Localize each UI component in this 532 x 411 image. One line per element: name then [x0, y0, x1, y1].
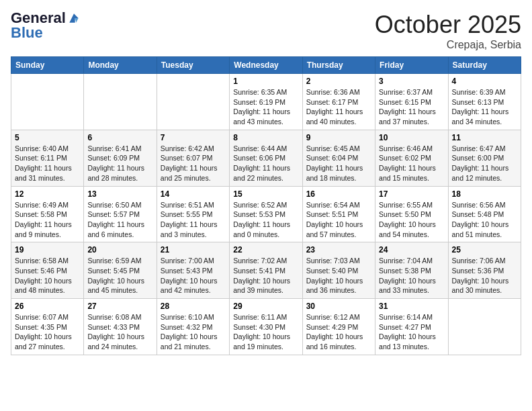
day-number: 30	[306, 302, 371, 311]
day-number: 2	[306, 77, 371, 86]
logo-text-blue: Blue	[11, 26, 43, 40]
day-info: Sunrise: 6:14 AMSunset: 4:27 PMDaylight:…	[379, 312, 444, 352]
day-info: Sunrise: 6:44 AMSunset: 6:06 PMDaylight:…	[233, 144, 298, 183]
day-info: Sunrise: 6:55 AMSunset: 5:50 PMDaylight:…	[379, 200, 444, 240]
day-number: 24	[379, 245, 444, 255]
weekday-header-tuesday: Tuesday	[157, 57, 229, 74]
day-info: Sunrise: 6:45 AMSunset: 6:04 PMDaylight:…	[306, 144, 371, 183]
calendar-cell: 25Sunrise: 7:06 AMSunset: 5:36 PMDayligh…	[448, 242, 521, 299]
day-info: Sunrise: 7:02 AMSunset: 5:41 PMDaylight:…	[233, 256, 298, 295]
day-number: 4	[452, 77, 517, 86]
day-info: Sunrise: 6:39 AMSunset: 6:13 PMDaylight:…	[452, 87, 517, 127]
weekday-header-thursday: Thursday	[302, 57, 375, 74]
calendar-week-1: 1Sunrise: 6:35 AMSunset: 6:19 PMDaylight…	[11, 74, 521, 130]
day-number: 29	[233, 302, 298, 311]
day-number: 26	[15, 302, 80, 311]
calendar-cell: 17Sunrise: 6:55 AMSunset: 5:50 PMDayligh…	[375, 186, 448, 242]
day-info: Sunrise: 7:00 AMSunset: 5:43 PMDaylight:…	[161, 256, 226, 295]
day-info: Sunrise: 6:51 AMSunset: 5:55 PMDaylight:…	[161, 200, 226, 240]
title-area: October 2025 Crepaja, Serbia	[375, 11, 521, 51]
weekday-header-saturday: Saturday	[448, 57, 521, 74]
day-info: Sunrise: 6:50 AMSunset: 5:57 PMDaylight:…	[87, 200, 152, 240]
day-info: Sunrise: 6:54 AMSunset: 5:51 PMDaylight:…	[306, 200, 371, 240]
calendar-cell: 14Sunrise: 6:51 AMSunset: 5:55 PMDayligh…	[157, 186, 229, 242]
location: Crepaja, Serbia	[375, 39, 521, 51]
calendar-cell: 2Sunrise: 6:36 AMSunset: 6:17 PMDaylight…	[302, 74, 375, 130]
day-info: Sunrise: 6:47 AMSunset: 6:00 PMDaylight:…	[452, 144, 517, 183]
calendar-cell: 7Sunrise: 6:42 AMSunset: 6:07 PMDaylight…	[157, 130, 229, 186]
calendar-cell: 13Sunrise: 6:50 AMSunset: 5:57 PMDayligh…	[84, 186, 157, 242]
day-number: 9	[306, 133, 371, 142]
calendar-cell: 12Sunrise: 6:49 AMSunset: 5:58 PMDayligh…	[11, 186, 84, 242]
day-number: 16	[306, 189, 371, 199]
calendar-cell: 22Sunrise: 7:02 AMSunset: 5:41 PMDayligh…	[230, 242, 302, 299]
day-number: 22	[233, 245, 298, 255]
month-title: October 2025	[375, 11, 521, 39]
calendar-cell: 30Sunrise: 6:12 AMSunset: 4:29 PMDayligh…	[302, 299, 375, 355]
calendar-cell: 9Sunrise: 6:45 AMSunset: 6:04 PMDaylight…	[302, 130, 375, 186]
day-number: 17	[379, 189, 444, 199]
calendar-cell: 26Sunrise: 6:07 AMSunset: 4:35 PMDayligh…	[11, 299, 84, 355]
day-number: 27	[87, 302, 152, 311]
calendar-cell	[11, 74, 84, 130]
day-info: Sunrise: 7:04 AMSunset: 5:38 PMDaylight:…	[379, 256, 444, 295]
logo-icon	[67, 11, 81, 25]
calendar-week-5: 26Sunrise: 6:07 AMSunset: 4:35 PMDayligh…	[11, 299, 521, 355]
calendar-cell: 20Sunrise: 6:59 AMSunset: 5:45 PMDayligh…	[84, 242, 157, 299]
day-number: 8	[233, 133, 298, 142]
day-number: 12	[15, 189, 80, 199]
calendar-cell: 29Sunrise: 6:11 AMSunset: 4:30 PMDayligh…	[230, 299, 302, 355]
header: General Blue October 2025 Crepaja, Serbi…	[11, 11, 521, 51]
weekday-header-wednesday: Wednesday	[230, 57, 302, 74]
calendar-cell: 31Sunrise: 6:14 AMSunset: 4:27 PMDayligh…	[375, 299, 448, 355]
day-number: 5	[15, 133, 80, 142]
calendar-cell: 24Sunrise: 7:04 AMSunset: 5:38 PMDayligh…	[375, 242, 448, 299]
day-info: Sunrise: 7:03 AMSunset: 5:40 PMDaylight:…	[306, 256, 371, 295]
day-number: 6	[87, 133, 152, 142]
day-info: Sunrise: 6:40 AMSunset: 6:11 PMDaylight:…	[15, 144, 80, 183]
calendar-body: 1Sunrise: 6:35 AMSunset: 6:19 PMDaylight…	[11, 74, 521, 355]
day-number: 13	[87, 189, 152, 199]
calendar-cell: 11Sunrise: 6:47 AMSunset: 6:00 PMDayligh…	[448, 130, 521, 186]
calendar: SundayMondayTuesdayWednesdayThursdayFrid…	[11, 56, 521, 355]
day-info: Sunrise: 6:08 AMSunset: 4:33 PMDaylight:…	[87, 312, 152, 352]
day-number: 11	[452, 133, 517, 142]
day-info: Sunrise: 6:52 AMSunset: 5:53 PMDaylight:…	[233, 200, 298, 240]
calendar-cell: 23Sunrise: 7:03 AMSunset: 5:40 PMDayligh…	[302, 242, 375, 299]
day-number: 1	[233, 77, 298, 86]
weekday-header-friday: Friday	[375, 57, 448, 74]
day-info: Sunrise: 6:37 AMSunset: 6:15 PMDaylight:…	[379, 87, 444, 127]
day-number: 10	[379, 133, 444, 142]
day-info: Sunrise: 6:46 AMSunset: 6:02 PMDaylight:…	[379, 144, 444, 183]
calendar-cell: 28Sunrise: 6:10 AMSunset: 4:32 PMDayligh…	[157, 299, 229, 355]
day-info: Sunrise: 6:56 AMSunset: 5:48 PMDaylight:…	[452, 200, 517, 240]
day-number: 31	[379, 302, 444, 311]
weekday-header-sunday: Sunday	[11, 57, 84, 74]
day-number: 19	[15, 245, 80, 255]
calendar-cell: 4Sunrise: 6:39 AMSunset: 6:13 PMDaylight…	[448, 74, 521, 130]
calendar-week-2: 5Sunrise: 6:40 AMSunset: 6:11 PMDaylight…	[11, 130, 521, 186]
day-number: 14	[161, 189, 226, 199]
calendar-cell: 6Sunrise: 6:41 AMSunset: 6:09 PMDaylight…	[84, 130, 157, 186]
day-info: Sunrise: 6:41 AMSunset: 6:09 PMDaylight:…	[87, 144, 152, 183]
day-info: Sunrise: 6:42 AMSunset: 6:07 PMDaylight:…	[161, 144, 226, 183]
calendar-cell	[448, 299, 521, 355]
day-info: Sunrise: 6:36 AMSunset: 6:17 PMDaylight:…	[306, 87, 371, 127]
calendar-cell	[157, 74, 229, 130]
calendar-cell: 15Sunrise: 6:52 AMSunset: 5:53 PMDayligh…	[230, 186, 302, 242]
svg-marker-1	[75, 18, 79, 23]
day-info: Sunrise: 7:06 AMSunset: 5:36 PMDaylight:…	[452, 256, 517, 295]
day-number: 15	[233, 189, 298, 199]
calendar-cell: 16Sunrise: 6:54 AMSunset: 5:51 PMDayligh…	[302, 186, 375, 242]
day-info: Sunrise: 6:10 AMSunset: 4:32 PMDaylight:…	[161, 312, 226, 352]
calendar-cell: 10Sunrise: 6:46 AMSunset: 6:02 PMDayligh…	[375, 130, 448, 186]
calendar-cell: 27Sunrise: 6:08 AMSunset: 4:33 PMDayligh…	[84, 299, 157, 355]
day-info: Sunrise: 6:12 AMSunset: 4:29 PMDaylight:…	[306, 312, 371, 352]
logo: General Blue	[11, 11, 81, 40]
calendar-cell: 8Sunrise: 6:44 AMSunset: 6:06 PMDaylight…	[230, 130, 302, 186]
day-number: 23	[306, 245, 371, 255]
logo-text-general: General	[11, 11, 66, 26]
day-number: 20	[87, 245, 152, 255]
day-number: 28	[161, 302, 226, 311]
day-number: 21	[161, 245, 226, 255]
